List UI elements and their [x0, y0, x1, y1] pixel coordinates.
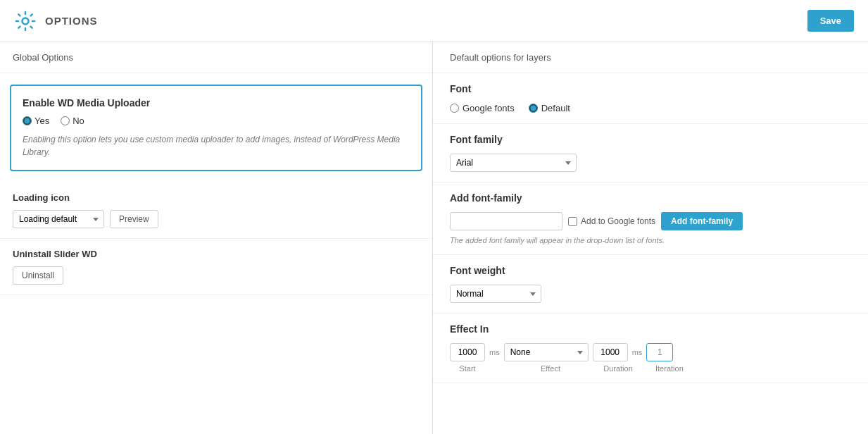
enable-wd-radio-group: Yes No	[23, 116, 410, 126]
add-to-google-fonts-checkbox[interactable]	[568, 217, 577, 226]
add-font-family-button[interactable]: Add font-family	[661, 212, 743, 230]
no-radio[interactable]	[61, 116, 70, 125]
app-header: OPTIONS Save	[0, 0, 868, 42]
header-left: OPTIONS	[14, 10, 98, 32]
google-fonts-label[interactable]: Google fonts	[450, 103, 515, 113]
font-weight-section: Font weight Normal Bold Bolder Lighter	[433, 255, 868, 314]
font-family-title: Font family	[450, 134, 851, 145]
default-font-radio[interactable]	[529, 104, 538, 113]
uninstall-title: Uninstall Slider WD	[13, 249, 420, 259]
uninstall-section: Uninstall Slider WD Uninstall	[0, 239, 432, 295]
loading-icon-select[interactable]: Loading default Loading spinner Loading …	[13, 210, 104, 228]
main-content: Global Options Enable WD Media Uploader …	[0, 42, 868, 434]
font-weight-select[interactable]: Normal Bold Bolder Lighter	[450, 285, 541, 303]
header-title: OPTIONS	[45, 15, 98, 27]
no-radio-label[interactable]: No	[61, 116, 84, 126]
default-font-label[interactable]: Default	[529, 103, 570, 113]
effect-in-section: Effect In ms None Fade Slide Bounce Flip…	[433, 314, 868, 383]
google-fonts-radio[interactable]	[450, 104, 459, 113]
effect-labels-row: Start Effect Duration Iteration	[450, 364, 851, 373]
loading-icon-row: Loading default Loading spinner Loading …	[13, 210, 420, 228]
left-panel: Global Options Enable WD Media Uploader …	[0, 42, 433, 434]
add-font-family-section: Add font-family Add to Google fonts Add …	[433, 182, 868, 255]
effect-in-row: ms None Fade Slide Bounce Flip Zoom ms	[450, 343, 851, 361]
add-font-note: The added font family will appear in the…	[450, 236, 851, 244]
font-title: Font	[450, 83, 851, 94]
save-button[interactable]: Save	[807, 10, 854, 32]
font-weight-title: Font weight	[450, 265, 851, 276]
font-section: Font Google fonts Default	[433, 73, 868, 124]
effect-label: Effect	[505, 364, 596, 373]
google-fonts-text: Google fonts	[463, 103, 515, 113]
right-panel: Default options for layers Font Google f…	[433, 42, 868, 434]
yes-radio[interactable]	[23, 116, 32, 125]
yes-radio-label[interactable]: Yes	[23, 116, 49, 126]
effect-iteration-input[interactable]	[646, 343, 673, 361]
font-family-section: Font family Arial Verdana Helvetica Geor…	[433, 124, 868, 182]
svg-point-0	[23, 18, 29, 24]
effect-duration-input[interactable]	[593, 343, 628, 361]
gear-icon	[14, 10, 37, 32]
right-panel-header: Default options for layers	[433, 42, 868, 73]
enable-wd-card: Enable WD Media Uploader Yes No Enabling…	[10, 85, 422, 171]
font-radio-group: Google fonts Default	[450, 103, 851, 113]
uninstall-button[interactable]: Uninstall	[13, 266, 63, 285]
duration-unit-label: ms	[632, 348, 643, 356]
effect-select[interactable]: None Fade Slide Bounce Flip Zoom	[504, 343, 589, 361]
start-unit-label: ms	[489, 348, 500, 356]
left-panel-header: Global Options	[0, 42, 432, 73]
add-font-family-title: Add font-family	[450, 192, 851, 204]
enable-wd-note: Enabling this option lets you use custom…	[23, 133, 410, 159]
font-family-select[interactable]: Arial Verdana Helvetica Georgia Times Ne…	[450, 154, 577, 172]
effect-start-input[interactable]	[450, 343, 485, 361]
no-label: No	[73, 116, 84, 126]
start-label: Start	[450, 364, 485, 373]
loading-icon-section: Loading icon Loading default Loading spi…	[0, 182, 432, 239]
loading-icon-title: Loading icon	[13, 192, 420, 203]
preview-button[interactable]: Preview	[110, 210, 158, 228]
add-to-google-fonts-label[interactable]: Add to Google fonts	[568, 216, 655, 226]
add-font-input[interactable]	[450, 212, 562, 230]
default-font-text: Default	[541, 103, 570, 113]
duration-label: Duration	[600, 364, 636, 373]
add-to-google-fonts-text: Add to Google fonts	[581, 216, 655, 226]
effect-in-title: Effect In	[450, 323, 851, 335]
enable-wd-title: Enable WD Media Uploader	[23, 97, 410, 108]
iteration-label: Iteration	[655, 364, 682, 373]
add-font-row: Add to Google fonts Add font-family	[450, 212, 851, 230]
yes-label: Yes	[34, 116, 49, 126]
